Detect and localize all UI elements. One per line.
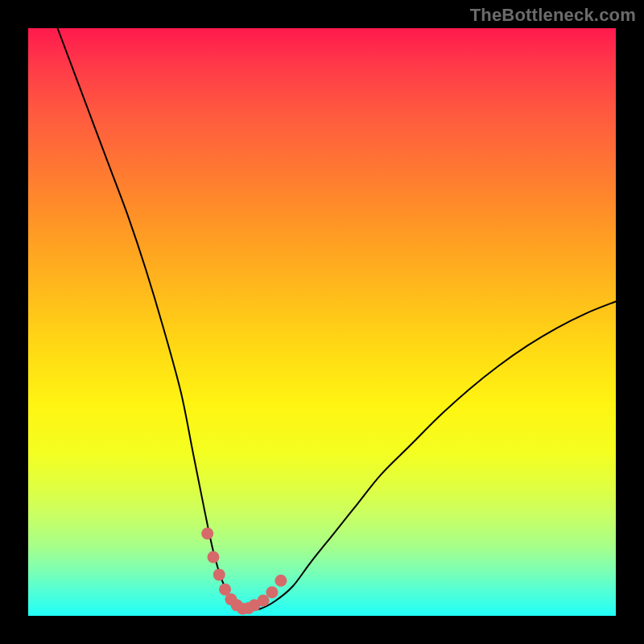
optimal-dot (275, 575, 287, 587)
curve-layer (28, 28, 616, 616)
bottleneck-plot (28, 28, 616, 616)
optimal-dot (207, 551, 219, 564)
optimal-dot (201, 527, 213, 539)
watermark-text: TheBottleneck.com (470, 5, 636, 26)
optimal-dot (213, 568, 225, 580)
optimal-dot (258, 595, 270, 607)
bottleneck-curve (58, 28, 617, 610)
optimal-dot (266, 586, 278, 598)
